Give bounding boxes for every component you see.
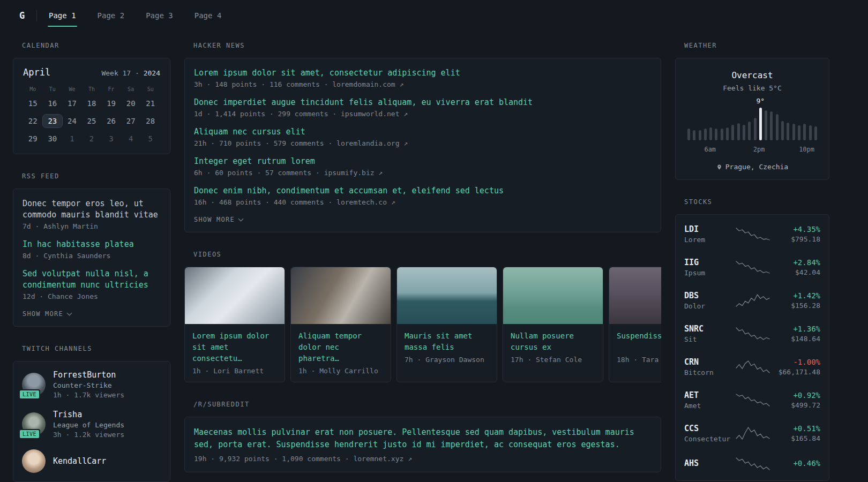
weather-bar [704, 129, 707, 140]
hackernews-item-meta[interactable]: 16h · 468 points · 440 comments · loremt… [194, 198, 652, 206]
stock-sparkline [736, 260, 770, 274]
stock-row[interactable]: AHS +0.46% [684, 450, 820, 478]
stock-ticker: DBS [684, 291, 736, 300]
hackernews-item-title[interactable]: Donec enim nibh, condimentum et accumsan… [194, 185, 652, 197]
weather-bar [792, 124, 795, 140]
channel-info: Trisha League of Legends 3h · 1.2k viewe… [53, 410, 124, 439]
video-title[interactable]: Suspendisse diam [617, 330, 661, 353]
video-card[interactable]: Aliquam tempor dolor nec pharetra… 1h · … [290, 267, 391, 382]
video-thumbnail[interactable] [609, 267, 661, 324]
stock-change: +0.46% [793, 459, 820, 468]
video-thumbnail[interactable] [397, 267, 497, 324]
hackernews-show-more-button[interactable]: SHOW MORE [194, 216, 652, 223]
stock-row[interactable]: LDI Lorem +4.35% $795.18 [684, 217, 820, 251]
weather-bar [737, 123, 740, 140]
weather-bar [776, 114, 779, 140]
calendar-month: April [23, 67, 50, 78]
logo-divider [36, 10, 37, 21]
channel-viewers: 3h · 1.2k viewers [53, 431, 124, 439]
twitch-widget: TWITCH CHANNELS LIVE ForrestBurton Count… [13, 345, 170, 482]
stocks-section-title: STOCKS [684, 198, 829, 206]
stock-ticker: CCS [684, 424, 736, 433]
rss-item-title[interactable]: In hac habitasse platea [23, 239, 161, 250]
live-badge: LIVE [19, 429, 40, 439]
calendar-year: 2024 [144, 69, 160, 77]
channel-name[interactable]: ForrestBurton [53, 370, 124, 380]
calendar-widget: CALENDAR April Week 17 · 2024 Mo Tu We T… [13, 42, 170, 154]
video-body: Nullam posuere cursus ex 17h · Stefan Co… [503, 324, 603, 371]
calendar-day-selected: 23 [43, 115, 63, 127]
stock-values: -1.00% $66,171.48 [779, 358, 820, 376]
channel-avatar[interactable]: LIVE [22, 373, 46, 396]
weather-time: 6am [704, 146, 716, 153]
hackernews-item-meta[interactable]: 1d · 1,414 points · 299 comments · ipsum… [194, 110, 652, 118]
stock-row[interactable]: IIG Ipsum +2.84% $42.04 [684, 251, 820, 284]
channel-avatar[interactable] [22, 449, 46, 473]
stock-sparkline [736, 293, 770, 307]
weather-widget: WEATHER Overcast Feels like 5°C 9° 6am 2… [675, 42, 829, 180]
rss-widget: RSS FEED Donec tempor eros leo, ut commo… [13, 172, 170, 327]
stock-row[interactable]: SNRC Sit +1.36% $148.64 [684, 317, 820, 350]
subreddit-post-meta[interactable]: 19h · 9,932 points · 1,090 comments · lo… [194, 455, 652, 463]
hackernews-item-title[interactable]: Integer eget rutrum lorem [194, 156, 652, 167]
weather-bar [787, 123, 789, 140]
stock-name: Dolor [684, 302, 736, 310]
channel-name[interactable]: KendallCarr [53, 456, 106, 466]
rss-item-title[interactable]: Sed volutpat nulla nisl, a condimentum n… [23, 268, 161, 291]
show-more-label: SHOW MORE [23, 310, 63, 318]
video-card[interactable]: Lorem ipsum dolor sit amet consectetu… 1… [184, 267, 285, 382]
tab-page-4[interactable]: Page 4 [191, 0, 225, 31]
video-card[interactable]: Nullam posuere cursus ex 17h · Stefan Co… [503, 267, 603, 382]
stock-row[interactable]: CCS Consectetur +0.51% $165.84 [684, 417, 820, 450]
hackernews-item-meta[interactable]: 3h · 148 points · 116 comments · loremdo… [194, 80, 652, 88]
video-title[interactable]: Nullam posuere cursus ex [511, 330, 595, 353]
hackernews-item-meta[interactable]: 21h · 710 points · 579 comments · loreml… [194, 139, 652, 147]
chevron-down-icon [66, 311, 72, 316]
stock-name: Ipsum [684, 269, 736, 277]
stock-row[interactable]: DBS Dolor +1.42% $156.28 [684, 284, 820, 317]
hackernews-item-title[interactable]: Aliquam nec cursus elit [194, 126, 652, 138]
hackernews-item-title[interactable]: Lorem ipsum dolor sit amet, consectetur … [194, 67, 652, 79]
channel-name[interactable]: Trisha [53, 410, 124, 419]
tab-page-3[interactable]: Page 3 [143, 0, 176, 31]
video-title[interactable]: Aliquam tempor dolor nec pharetra… [298, 330, 383, 364]
weather-bar-current: 9° [759, 108, 762, 140]
video-thumbnail[interactable] [503, 267, 603, 324]
calendar-dow: Fr [101, 86, 121, 92]
tab-page-1[interactable]: Page 1 [46, 0, 79, 31]
calendar-dow: Mo [23, 86, 43, 92]
hackernews-item-title[interactable]: Donec imperdiet augue tincidunt felis al… [194, 97, 652, 108]
calendar-week-label: Week 17 · 2024 [101, 69, 160, 77]
video-card[interactable]: Suspendisse diam 18h · Tara [609, 267, 661, 382]
rss-item-meta: 8d · Cynthia Saunders [23, 252, 161, 260]
rss-item-title[interactable]: Donec tempor eros leo, ut commodo mauris… [23, 198, 161, 221]
hackernews-item-meta[interactable]: 6h · 60 points · 57 comments · ipsumify.… [194, 169, 652, 177]
calendar-section-title: CALENDAR [22, 42, 170, 49]
video-title[interactable]: Mauris sit amet massa felis [405, 330, 489, 353]
stock-row[interactable]: AET Amet +0.92% $499.72 [684, 383, 820, 417]
channel-info: ForrestBurton Counter-Strike 1h · 1.7k v… [53, 370, 124, 399]
weather-card: Overcast Feels like 5°C 9° 6am 2pm 10pm … [675, 58, 829, 180]
stock-price: $165.84 [791, 434, 820, 442]
stock-row[interactable]: CRN Bitcorn -1.00% $66,171.48 [684, 350, 820, 383]
calendar-day: 22 [23, 115, 43, 127]
tab-page-2[interactable]: Page 2 [94, 0, 128, 31]
hackernews-item: Aliquam nec cursus elit 21h · 710 points… [194, 126, 652, 147]
video-thumbnail[interactable] [185, 267, 285, 324]
video-title[interactable]: Lorem ipsum dolor sit amet consectetu… [192, 330, 277, 364]
stock-sparkline [736, 457, 770, 471]
stock-change: +4.35% [791, 225, 820, 234]
twitch-channel-row: LIVE ForrestBurton Counter-Strike 1h · 1… [22, 370, 161, 399]
channel-avatar[interactable]: LIVE [22, 412, 46, 436]
rss-show-more-button[interactable]: SHOW MORE [23, 310, 161, 318]
channel-game[interactable]: League of Legends [53, 421, 124, 429]
weather-bar [687, 129, 690, 140]
video-card[interactable]: Mauris sit amet massa felis 7h · Grayson… [396, 267, 497, 382]
weather-bar [803, 124, 806, 140]
video-thumbnail[interactable] [291, 267, 391, 324]
video-meta: 7h · Grayson Dawson [405, 356, 489, 364]
channel-game[interactable]: Counter-Strike [53, 381, 124, 389]
stock-change: +1.36% [791, 325, 820, 333]
stocks-card: LDI Lorem +4.35% $795.18 IIG Ipsum [675, 214, 829, 481]
subreddit-post-title[interactable]: Maecenas mollis pulvinar erat non posuer… [194, 427, 634, 449]
